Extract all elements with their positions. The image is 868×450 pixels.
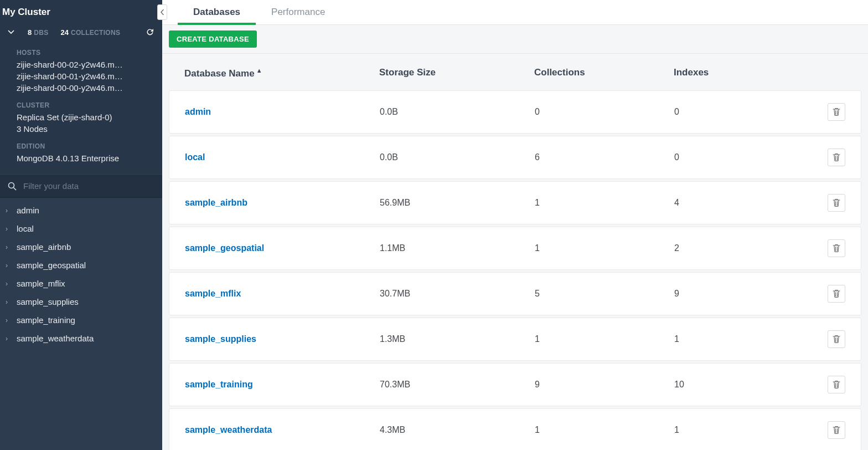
sidebar-db-label: sample_supplies <box>17 297 79 306</box>
database-link[interactable]: sample_airbnb <box>185 198 247 207</box>
delete-database-button[interactable] <box>828 285 845 303</box>
filter-row <box>0 174 162 198</box>
edition-value: MongoDB 4.0.13 Enterprise <box>0 152 162 164</box>
host-item[interactable]: zijie-shard-00-00-y2w46.m… <box>0 82 162 94</box>
stat-dbs: 8 DBS <box>28 28 48 37</box>
trash-icon <box>833 198 840 207</box>
delete-database-button[interactable] <box>828 376 845 393</box>
database-link[interactable]: sample_supplies <box>185 334 256 344</box>
column-header-collections[interactable]: Collections <box>534 67 674 79</box>
search-icon <box>6 182 19 191</box>
delete-database-button[interactable] <box>828 149 845 166</box>
sidebar-db-label: local <box>17 224 34 233</box>
stat-collections-label: COLLECTIONS <box>71 29 120 37</box>
tab-databases[interactable]: Databases <box>178 0 256 24</box>
cell-indexes: 1 <box>674 334 812 344</box>
database-link[interactable]: sample_weatherdata <box>185 425 272 434</box>
sidebar-db-item[interactable]: ›sample_mflix <box>0 274 162 293</box>
sidebar-db-label: sample_training <box>17 315 75 325</box>
table-row: sample_weatherdata4.3MB11 <box>169 408 861 450</box>
delete-database-button[interactable] <box>828 194 845 212</box>
chevron-right-icon: › <box>6 243 11 251</box>
cell-collections: 5 <box>535 289 674 299</box>
cell-collections: 0 <box>535 107 674 117</box>
sidebar-db-item[interactable]: ›sample_geospatial <box>0 256 162 274</box>
delete-database-button[interactable] <box>828 330 845 348</box>
database-link[interactable]: admin <box>185 107 211 116</box>
trash-icon <box>833 380 840 388</box>
sidebar-db-label: sample_mflix <box>17 279 65 288</box>
sidebar-db-item[interactable]: ›admin <box>0 201 162 219</box>
table-row: local0.0B60 <box>169 136 861 179</box>
delete-database-button[interactable] <box>828 103 845 121</box>
stat-dbs-count: 8 <box>28 28 32 37</box>
host-item[interactable]: zijie-shard-00-02-y2w46.m… <box>0 59 162 70</box>
trash-icon <box>833 289 840 298</box>
svg-line-1 <box>14 187 17 190</box>
sidebar-db-label: sample_weatherdata <box>17 334 94 343</box>
cell-storage: 1.1MB <box>380 243 535 253</box>
cell-storage: 56.9MB <box>380 198 535 208</box>
cell-indexes: 1 <box>674 425 812 435</box>
table-row: sample_geospatial1.1MB12 <box>169 227 861 270</box>
chevron-right-icon: › <box>6 225 11 233</box>
sort-ascending-icon: ▲ <box>256 67 262 74</box>
sidebar-db-item[interactable]: ›sample_weatherdata <box>0 329 162 347</box>
host-item[interactable]: zijie-shard-00-01-y2w46.m… <box>0 70 162 82</box>
column-header-storage[interactable]: Storage Size <box>379 67 534 79</box>
column-name-label: Database Name <box>184 68 255 79</box>
sidebar-db-label: sample_geospatial <box>17 260 86 270</box>
cell-storage: 70.3MB <box>380 380 535 390</box>
column-header-name[interactable]: Database Name▲ <box>184 67 379 79</box>
cluster-stats-row[interactable]: 8 DBS 24 COLLECTIONS <box>0 23 162 41</box>
delete-database-button[interactable] <box>828 239 845 257</box>
chevron-right-icon: › <box>6 298 11 306</box>
filter-input[interactable] <box>19 178 157 194</box>
sidebar-collapse-button[interactable] <box>157 4 167 20</box>
cell-storage: 1.3MB <box>380 334 535 344</box>
cluster-section-label: CLUSTER <box>0 94 162 111</box>
cell-storage: 4.3MB <box>380 425 535 435</box>
cell-storage: 0.0B <box>380 107 535 117</box>
stat-collections-count: 24 <box>60 28 68 37</box>
cell-storage: 0.0B <box>380 152 535 162</box>
chevron-down-icon <box>8 29 16 35</box>
sidebar-db-item[interactable]: ›sample_supplies <box>0 293 162 311</box>
chevron-right-icon: › <box>6 207 11 214</box>
sidebar-db-label: sample_airbnb <box>17 242 71 252</box>
main-content: Databases Performance CREATE DATABASE Da… <box>162 0 868 450</box>
sidebar-db-item[interactable]: ›sample_training <box>0 311 162 329</box>
tabs-row: Databases Performance <box>162 0 868 25</box>
cell-collections: 6 <box>535 152 674 162</box>
database-table: Database Name▲ Storage Size Collections … <box>162 54 868 450</box>
database-link[interactable]: sample_geospatial <box>185 243 264 253</box>
database-link[interactable]: local <box>185 152 205 162</box>
stat-collections: 24 COLLECTIONS <box>60 28 120 37</box>
database-link[interactable]: sample_mflix <box>185 289 241 298</box>
column-header-indexes[interactable]: Indexes <box>674 67 813 79</box>
cluster-nodes: 3 Nodes <box>0 123 162 135</box>
sidebar: My Cluster 8 DBS 24 COLLECTIONS HOSTS zi… <box>0 0 162 450</box>
trash-icon <box>833 244 840 252</box>
create-database-button[interactable]: CREATE DATABASE <box>169 30 257 48</box>
table-header-row: Database Name▲ Storage Size Collections … <box>169 54 861 90</box>
cell-collections: 1 <box>535 334 674 344</box>
chevron-right-icon: › <box>6 335 11 342</box>
trash-icon <box>833 426 840 434</box>
cell-indexes: 2 <box>674 243 812 253</box>
refresh-icon[interactable] <box>146 28 154 37</box>
sidebar-db-label: admin <box>17 206 39 215</box>
cluster-name: Replica Set (zijie-shard-0) <box>0 111 162 123</box>
cell-collections: 1 <box>535 198 674 208</box>
trash-icon <box>833 108 840 116</box>
cell-indexes: 0 <box>674 107 812 117</box>
cell-indexes: 0 <box>674 152 812 162</box>
sidebar-db-item[interactable]: ›local <box>0 219 162 238</box>
trash-icon <box>833 153 840 161</box>
table-row: admin0.0B00 <box>169 90 861 134</box>
table-row: sample_training70.3MB910 <box>169 363 861 406</box>
tab-performance[interactable]: Performance <box>256 0 340 24</box>
database-link[interactable]: sample_training <box>185 380 253 389</box>
sidebar-db-item[interactable]: ›sample_airbnb <box>0 238 162 256</box>
delete-database-button[interactable] <box>828 421 845 439</box>
